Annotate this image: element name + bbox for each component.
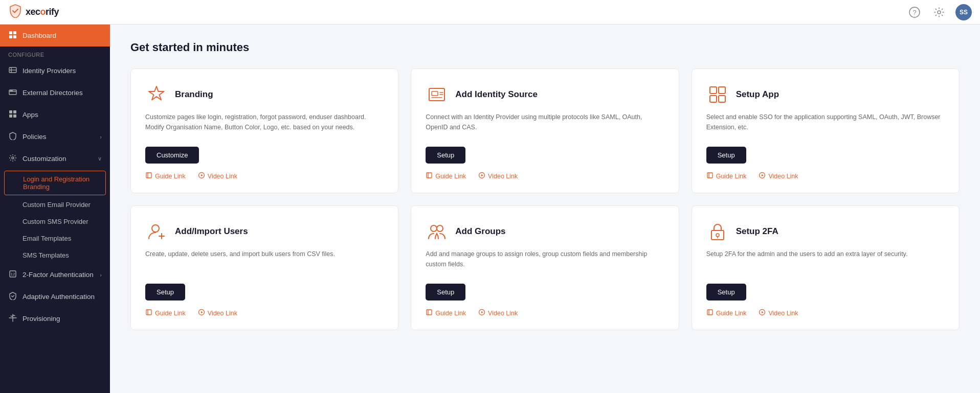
svg-rect-32 — [719, 87, 725, 94]
card-branding-guide-link[interactable]: Guide Link — [145, 172, 186, 180]
svg-point-50 — [716, 234, 719, 237]
dashboard-icon — [8, 31, 17, 40]
card-add-groups-video-label: Video Link — [488, 310, 518, 317]
card-identity-source-guide-label: Guide Link — [435, 173, 466, 180]
main-content: Get started in minutes Branding Customiz… — [110, 25, 980, 393]
card-setup-2fa-title: Setup 2FA — [736, 226, 778, 237]
provisioning-icon — [8, 314, 17, 323]
svg-marker-43 — [201, 311, 203, 313]
card-branding-video-link[interactable]: Video Link — [198, 172, 237, 180]
svg-point-38 — [152, 225, 159, 232]
sidebar-item-provisioning-label: Provisioning — [23, 315, 102, 322]
sidebar-item-provisioning[interactable]: Provisioning — [0, 308, 110, 330]
sidebar-item-external-directories[interactable]: External Directories — [0, 82, 110, 104]
setup-app-guide-link-icon — [706, 172, 714, 180]
svg-point-2 — [938, 11, 941, 14]
svg-rect-24 — [432, 91, 438, 96]
card-add-groups-guide-link[interactable]: Guide Link — [426, 309, 466, 317]
2fa-icon: 12 — [8, 270, 17, 280]
sidebar-item-apps-label: Apps — [23, 111, 102, 119]
card-setup-2fa-video-link[interactable]: Video Link — [759, 309, 798, 317]
sidebar-subitem-sms-templates[interactable]: SMS Templates — [0, 247, 110, 264]
card-add-groups-button[interactable]: Setup — [426, 284, 465, 300]
sidebar-subitem-custom-email-provider[interactable]: Custom Email Provider — [0, 196, 110, 213]
card-identity-source-button[interactable]: Setup — [426, 147, 465, 164]
svg-rect-14 — [13, 110, 16, 113]
card-setup-2fa-button[interactable]: Setup — [706, 284, 746, 300]
card-setup-app: Setup App Select and enable SSO for the … — [692, 68, 960, 193]
sidebar-subitem-email-templates[interactable]: Email Templates — [0, 230, 110, 247]
sidebar-item-2fa[interactable]: 12 2-Factor Authentication › — [0, 264, 110, 286]
card-add-users-guide-link[interactable]: Guide Link — [145, 309, 186, 317]
card-add-groups-video-link[interactable]: Video Link — [478, 309, 518, 317]
card-identity-source-desc: Connect with an Identity Provider using … — [426, 112, 664, 136]
svg-rect-3 — [9, 31, 12, 34]
logo-text: xecorify — [26, 7, 59, 17]
card-identity-source-guide-link[interactable]: Guide Link — [426, 172, 466, 180]
help-icon[interactable]: ? — [906, 4, 923, 20]
sidebar-item-apps[interactable]: Apps — [0, 104, 110, 126]
card-branding-button[interactable]: Customize — [145, 147, 199, 164]
sidebar-item-policies-label: Policies — [23, 133, 95, 141]
identity-video-link-icon — [478, 172, 485, 180]
svg-rect-31 — [710, 87, 717, 94]
sidebar-item-dashboard-label: Dashboard — [23, 32, 102, 39]
card-setup-2fa-links: Guide Link Video Link — [706, 309, 945, 317]
sidebar: Dashboard Configure Identity Providers E… — [0, 25, 110, 393]
svg-marker-54 — [762, 311, 764, 313]
add-users-icon — [145, 220, 168, 243]
topnav-right: ? SS — [906, 4, 972, 20]
svg-marker-37 — [762, 174, 764, 176]
guide-link-icon — [145, 172, 152, 180]
logo[interactable]: xecorify — [8, 4, 59, 21]
sidebar-item-external-directories-label: External Directories — [23, 89, 102, 97]
identity-source-icon — [426, 83, 448, 106]
setup-app-video-link-icon — [759, 172, 766, 180]
card-identity-source-video-label: Video Link — [488, 173, 518, 180]
sidebar-item-identity-providers[interactable]: Identity Providers — [0, 60, 110, 82]
card-add-identity-source: Add Identity Source Connect with an Iden… — [411, 68, 679, 193]
add-users-guide-link-icon — [145, 309, 152, 317]
card-setup-app-video-label: Video Link — [768, 173, 798, 180]
card-setup-app-video-link[interactable]: Video Link — [759, 172, 798, 180]
sidebar-item-customization[interactable]: Customization ∨ — [0, 148, 110, 170]
card-add-users-video-link[interactable]: Video Link — [198, 309, 237, 317]
sidebar-item-dashboard[interactable]: Dashboard — [0, 25, 110, 47]
cards-grid: Branding Customize pages like login, reg… — [130, 68, 960, 330]
card-setup-2fa-guide-link[interactable]: Guide Link — [706, 309, 747, 317]
svg-rect-52 — [707, 310, 712, 315]
sidebar-section-configure: Configure — [0, 47, 110, 60]
svg-rect-5 — [9, 35, 12, 38]
card-identity-source-video-link[interactable]: Video Link — [478, 172, 518, 180]
card-add-users-video-label: Video Link — [208, 310, 237, 317]
card-add-users-title: Add/Import Users — [175, 226, 248, 237]
card-setup-2fa-header: Setup 2FA — [706, 220, 945, 243]
card-add-users-button[interactable]: Setup — [145, 284, 185, 300]
user-avatar[interactable]: SS — [955, 4, 972, 20]
sidebar-item-policies[interactable]: Policies › — [0, 126, 110, 148]
sidebar-item-adaptive-auth[interactable]: Adaptive Authentication — [0, 286, 110, 308]
card-setup-app-guide-link[interactable]: Guide Link — [706, 172, 747, 180]
sidebar-item-customization-label: Customization — [23, 155, 93, 163]
card-add-groups: Add Groups Add and manage groups to assi… — [411, 205, 679, 330]
card-setup-app-desc: Select and enable SSO for the applicatio… — [706, 112, 945, 136]
identity-guide-link-icon — [426, 172, 433, 180]
setup-app-icon — [706, 83, 729, 106]
svg-marker-48 — [481, 311, 483, 313]
card-add-users-guide-label: Guide Link — [155, 310, 186, 317]
top-nav: xecorify ? SS — [0, 0, 980, 25]
card-branding-links: Guide Link Video Link — [145, 172, 384, 180]
card-branding-desc: Customize pages like login, registration… — [145, 112, 384, 136]
add-groups-guide-link-icon — [426, 309, 433, 317]
branding-icon — [145, 83, 168, 106]
card-add-users: Add/Import Users Create, update, delete … — [130, 205, 398, 330]
settings-icon[interactable] — [931, 4, 947, 20]
card-setup-app-button[interactable]: Setup — [706, 147, 746, 164]
card-add-groups-guide-label: Guide Link — [435, 310, 466, 317]
sidebar-subitem-custom-sms-provider[interactable]: Custom SMS Provider — [0, 213, 110, 230]
apps-icon — [8, 110, 17, 120]
sidebar-subitem-login-branding[interactable]: Login and Registration Branding — [4, 171, 106, 195]
svg-rect-16 — [13, 114, 16, 118]
svg-rect-20 — [146, 173, 151, 178]
svg-point-45 — [437, 225, 443, 232]
